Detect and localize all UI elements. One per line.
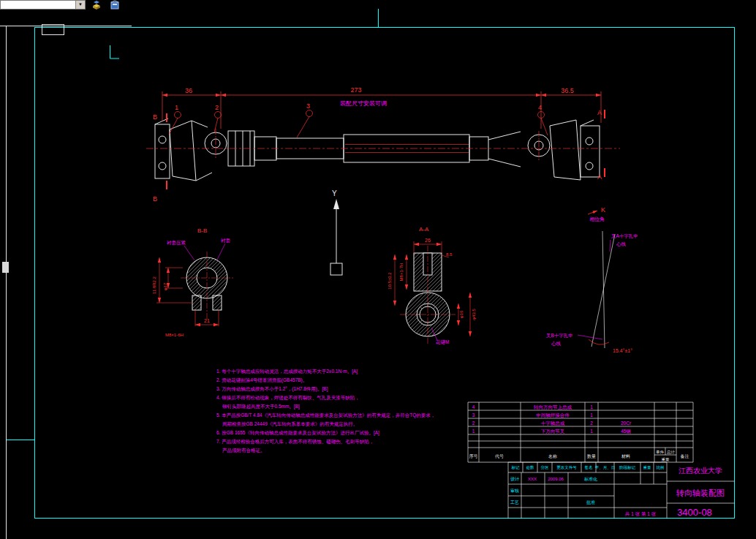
role-design: 设计 — [510, 476, 519, 481]
parts-header-remark: 备注 — [681, 453, 689, 459]
rev-zone: 分区 — [541, 465, 550, 470]
aa-dim-26: 26 — [425, 238, 431, 243]
part-name: 下万向节叉 — [541, 429, 565, 434]
part-no: 4 — [472, 404, 475, 410]
stage-label: 阶段标记 — [619, 465, 636, 470]
aa-dim-dia43: φ43.5 — [472, 309, 476, 320]
part-qty: 2 — [590, 421, 593, 426]
balloon-4: 4 — [538, 104, 542, 111]
dim-right: 36.5 — [561, 87, 574, 94]
aa-spline-label: 花键M — [435, 339, 449, 345]
note-line: 3. 万向传动轴总成摆角不小于1.2°，(1H7.8件用)。[B] — [216, 386, 328, 392]
part-qty: 1 — [590, 404, 593, 410]
parts-header-code: 代号 — [494, 454, 504, 459]
parts-header-qty: 数量 — [587, 454, 596, 459]
role-process: 工艺 — [510, 500, 519, 505]
rev-date: 年、月、日 — [595, 465, 616, 470]
ucs-icon: Y — [330, 189, 342, 275]
phase-angle-label: 相位角 — [589, 216, 605, 222]
k-fork-b-line2: 心线 — [551, 341, 562, 346]
balloon-callouts: 1 2 3 4 — [169, 102, 548, 137]
scale-label: 比例 — [657, 465, 665, 470]
drawing-number: 3400-08 — [677, 507, 712, 518]
aa-dim-105: 10.5±0.2 — [388, 272, 392, 290]
mark-a-bottom: A — [597, 173, 602, 181]
title-block: 标记 处数 分区 更改文件号 签名 年、月、日 设计 XXX 2009.06 标… — [508, 462, 735, 519]
bb-label-right: 衬套 — [221, 238, 231, 244]
aa-dim-dia16: φ16 — [459, 310, 464, 318]
note-line: 铆钉头部隆起高度不大于0.5mm。[B] — [222, 404, 300, 410]
section-aa-title: A-A — [419, 226, 429, 233]
k-fork-b-line1: 叉B十字孔中 — [546, 333, 573, 339]
cad-viewport[interactable]: 36 273 36.5 装配尺寸安装可调 1 2 3 4 B B A A — [0, 0, 756, 539]
technical-notes: 1. 每个十字轴总成应转动灵活，总成摆动力矩不大于2±0.1N·m。[A] 2.… — [216, 369, 435, 453]
note-line: 4. 铆接后不得有松动现象，焊缝处不得有裂纹、气孔及夹渣等缺陷， — [216, 395, 360, 401]
part-material: 20Cr — [621, 421, 632, 426]
autocad-window: ▼ — [0, 0, 756, 539]
role-standard: 标准化 — [583, 477, 597, 482]
dim-left: 36 — [185, 87, 192, 94]
rev-count: 处数 — [526, 465, 535, 470]
note-line: 1. 每个十字轴总成应转动灵活，总成摆动力矩不大于2±0.1N·m。[A] — [216, 369, 358, 374]
bb-dim-dia: φ17 — [163, 282, 167, 290]
section-bb-title: B-B — [197, 227, 207, 234]
note-line: 产品须附有合格证。 — [222, 448, 265, 453]
part-name: 转向万向节上总成 — [534, 404, 572, 410]
parts-header-weight: 重量 — [662, 457, 670, 461]
design-date: 2009.06 — [548, 477, 564, 481]
role-approve: 批准 — [586, 500, 595, 505]
weight-label: 重量 — [643, 465, 652, 470]
k-angle-dim: 15.4°±1° — [613, 348, 632, 353]
aa-dim-thread: M8×1-7H — [399, 263, 404, 282]
drawing-title: 转向轴装配图 — [676, 489, 725, 497]
part-material: 45钢 — [621, 429, 631, 434]
shaft-centerlines — [146, 129, 620, 160]
bb-dim-depth: 11.8R2.2 — [152, 276, 156, 294]
role-check: 审核 — [510, 488, 519, 493]
part-name: 十字轴总成 — [541, 421, 565, 426]
part-qty: 1 — [590, 429, 593, 434]
part-qty: 1 — [590, 412, 593, 418]
mark-a-top: A — [597, 109, 602, 116]
design-sign: XXX — [528, 477, 537, 481]
mark-k: K — [601, 206, 605, 214]
balloon-2: 2 — [215, 104, 219, 111]
bb-dim-thread: M8×1-6H — [165, 333, 184, 337]
note-line: 5. 本产品按GB/T 4.84《汽车转向传动轴总成性能要求及台架试验方法》的有… — [216, 412, 435, 418]
shaft-assembly-drawing — [155, 118, 600, 181]
parts-header-unit: 单件 — [656, 450, 665, 454]
sheet-count: 共 1 张 第 1 张 — [625, 511, 657, 517]
view-k: 15.4°±1° 叉A十字孔中 心线 叉B十字孔中 心线 — [546, 231, 638, 353]
aa-dim-85: 8.5 — [446, 252, 453, 257]
rev-mark: 标记 — [511, 465, 521, 470]
rev-doc: 更改文件号 — [556, 465, 577, 470]
dim-center: 273 — [350, 86, 361, 94]
part-no: 1 — [472, 429, 475, 434]
parts-list: 4 转向万向节上总成 1 3 中间轴焊接合件 1 2 十字轴总成 2 20Cr … — [468, 402, 693, 462]
adjust-note: 装配尺寸安装可调 — [340, 100, 387, 107]
left-edge-handle — [2, 262, 9, 273]
note-line: 2. 滑动花键副涂4号锂基润滑脂(GB457B)。 — [216, 377, 307, 383]
school-name: 江西农业大学 — [678, 467, 722, 475]
parts-header-total: 总计 — [666, 450, 676, 454]
note-line: 7. 产品须经检验合格后方可入库，表面不得有锈蚀、磕碰伤、毛刺等缺陷， — [216, 439, 374, 445]
parts-header-material: 材料 — [621, 454, 630, 459]
parts-header-no: 序号 — [469, 453, 478, 459]
section-aa: A-A — [388, 226, 476, 345]
part-no: 2 — [472, 421, 475, 426]
ucs-y-label: Y — [332, 189, 337, 197]
mark-b-bottom: B — [153, 195, 157, 203]
rev-sign: 签名 — [585, 465, 593, 470]
note-line: 周期检查按GB 24449《汽车转向系基本要求》的有关规定执行。 — [222, 421, 358, 427]
section-bb: B-B 衬套压紧 衬套 φ17 — [152, 227, 233, 337]
main-dimensions: 36 273 36.5 装配尺寸安装可调 — [162, 86, 601, 129]
note-line: 6. 按GB 1655《转向传动轴总成性能要求及台架试验方法》进行出厂试验。[A… — [216, 430, 379, 436]
parts-header-name: 名称 — [548, 454, 557, 459]
mark-b-top: B — [153, 113, 157, 121]
bb-dim-width: 21 — [204, 318, 210, 323]
balloon-3: 3 — [306, 102, 310, 110]
k-fork-a-line1: 叉A十字孔中 — [611, 233, 638, 239]
k-fork-a-line2: 心线 — [616, 241, 627, 246]
bb-label-left: 衬套压紧 — [167, 240, 186, 246]
part-no: 3 — [472, 412, 475, 418]
